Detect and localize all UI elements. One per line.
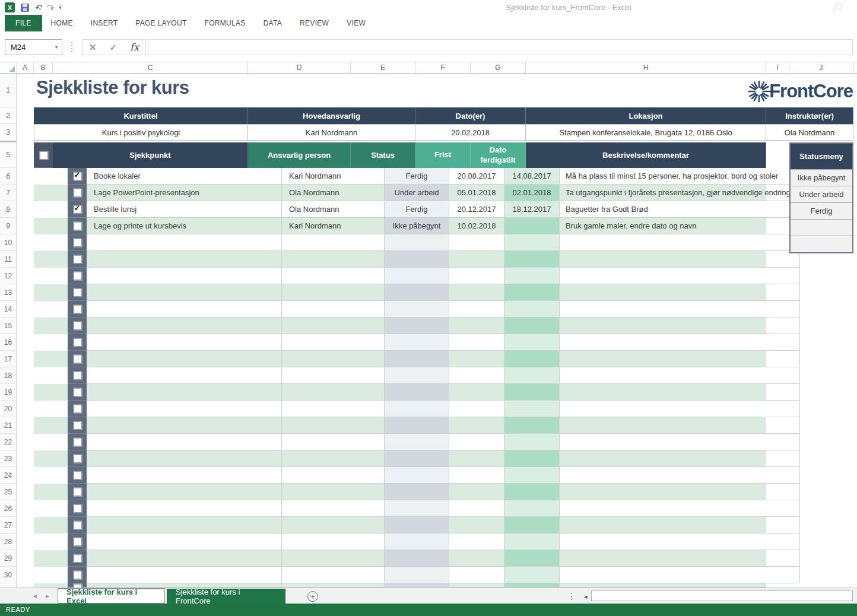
cell-status[interactable] (385, 284, 449, 301)
cell-beskrivelse[interactable] (560, 484, 800, 500)
cell-frist[interactable] (449, 567, 504, 583)
cell-ansvarlig[interactable] (282, 384, 385, 401)
cell-dato-ferdigstilt[interactable] (504, 417, 560, 434)
cell-status[interactable] (385, 351, 449, 367)
cell-status[interactable]: Under arbeid (385, 185, 449, 201)
row-header-14[interactable]: 14 (0, 301, 16, 317)
cell-dato-ferdigstilt[interactable]: 02.01.2018 (504, 185, 560, 201)
cell-frist[interactable] (449, 301, 504, 317)
row-header-24[interactable]: 24 (0, 467, 16, 484)
cell-status[interactable] (385, 434, 449, 450)
row-header-30[interactable]: 30 (0, 567, 16, 583)
row-header-9[interactable]: 9 (0, 218, 16, 234)
row-header-15[interactable]: 15 (0, 317, 16, 334)
info-value-3[interactable]: 20.02.2018 (415, 124, 526, 141)
cell-frist[interactable] (449, 351, 504, 367)
cell-frist[interactable] (449, 268, 504, 284)
ribbon-tab-review[interactable]: REVIEW (291, 15, 338, 31)
row-header-19[interactable]: 19 (0, 384, 16, 401)
name-box-dropdown-icon[interactable]: ▾ (55, 45, 62, 50)
cell-ansvarlig[interactable] (282, 417, 385, 434)
cell-dato-ferdigstilt[interactable] (504, 450, 560, 467)
cell-ansvarlig[interactable]: Ola Nordmann (282, 201, 385, 218)
cell-sjekkpunkt[interactable]: Bestille lunsj (87, 201, 282, 218)
save-icon[interactable] (21, 4, 29, 12)
cell-sjekkpunkt[interactable] (87, 434, 282, 450)
cell-frist[interactable] (449, 484, 504, 500)
cell-sjekkpunkt[interactable] (87, 550, 282, 567)
column-header-B[interactable]: B (34, 62, 53, 73)
row-header-16[interactable]: 16 (0, 334, 16, 351)
cell-frist[interactable] (449, 234, 504, 251)
cell-frist[interactable] (449, 500, 504, 517)
cell-beskrivelse[interactable] (560, 401, 800, 417)
cell-beskrivelse[interactable] (560, 450, 800, 467)
redo-dropdown-icon[interactable]: ▾ (51, 7, 53, 11)
insert-function-icon[interactable]: fx (130, 42, 139, 53)
cell-sjekkpunkt[interactable] (87, 567, 282, 583)
unchecked-checkbox[interactable] (73, 321, 82, 330)
cell-sjekkpunkt[interactable] (87, 401, 282, 417)
cell-beskrivelse[interactable] (560, 567, 800, 583)
row-header-8[interactable]: 8 (0, 201, 16, 218)
unchecked-checkbox[interactable] (73, 554, 82, 563)
cell-dato-ferdigstilt[interactable] (504, 367, 560, 384)
info-header-1[interactable]: Kurstittel (34, 107, 248, 124)
cell-sjekkpunkt[interactable] (87, 467, 282, 484)
cell-sjekkpunkt[interactable] (87, 251, 282, 268)
column-header-H[interactable]: H (526, 62, 766, 73)
cell-sjekkpunkt[interactable] (87, 351, 282, 367)
cell-beskrivelse[interactable] (560, 467, 800, 484)
row-header-21[interactable]: 21 (0, 417, 16, 434)
row-header-20[interactable]: 20 (0, 401, 16, 417)
cell-dato-ferdigstilt[interactable]: 14.08.2017 (504, 168, 560, 185)
row-header-2[interactable]: 2 (0, 107, 16, 124)
checkbox-cell-row-13[interactable] (68, 284, 87, 301)
sheet-tab-2[interactable]: Sjekkliste for kurs i FrontCore (167, 589, 285, 604)
cell-beskrivelse[interactable] (560, 583, 766, 588)
customize-qat-icon[interactable]: ▾ (59, 5, 62, 10)
cell-beskrivelse[interactable] (560, 434, 800, 450)
checkbox-cell-row-20[interactable] (68, 401, 87, 417)
row-header-22[interactable]: 22 (0, 434, 16, 450)
column-header-D[interactable]: D (248, 62, 351, 73)
cell-status[interactable] (385, 467, 449, 484)
unchecked-checkbox[interactable] (73, 255, 82, 263)
cell-status[interactable] (385, 334, 449, 351)
enter-icon[interactable]: ✓ (110, 42, 118, 53)
unchecked-checkbox[interactable] (73, 487, 82, 496)
unchecked-checkbox[interactable] (73, 388, 82, 396)
cell-ansvarlig[interactable] (282, 317, 385, 334)
cell-dato-ferdigstilt[interactable] (504, 234, 560, 251)
cell-ansvarlig[interactable] (282, 301, 385, 317)
cell-status[interactable] (385, 417, 449, 434)
cell-dato-ferdigstilt[interactable] (504, 517, 560, 534)
cell-beskrivelse[interactable] (560, 351, 800, 367)
cell-dato-ferdigstilt[interactable] (504, 384, 560, 401)
cell-ansvarlig[interactable] (282, 351, 385, 367)
cell-beskrivelse[interactable] (560, 251, 800, 268)
cell-beskrivelse[interactable] (560, 534, 800, 550)
cell-sjekkpunkt[interactable] (87, 284, 282, 301)
checklist-header-ansvarlig-person[interactable]: Ansvarlig person (248, 142, 351, 168)
cell-sjekkpunkt[interactable] (87, 500, 282, 517)
unchecked-checkbox[interactable] (73, 221, 82, 230)
cancel-icon[interactable]: ✕ (89, 42, 97, 53)
cell-frist[interactable]: 05.01.2018 (449, 185, 504, 201)
row-header-10[interactable]: 10 (0, 234, 16, 251)
formula-input[interactable] (148, 39, 853, 55)
info-header-4[interactable]: Lokasjon (526, 107, 766, 124)
redo-button[interactable]: ↷▾ (47, 2, 53, 13)
cell-status[interactable] (385, 251, 449, 268)
unchecked-checkbox[interactable] (73, 304, 82, 313)
undo-button[interactable]: ↶▾ (35, 2, 41, 13)
unchecked-checkbox[interactable] (73, 437, 82, 446)
row-header-23[interactable]: 23 (0, 450, 16, 467)
checklist-header-sjekkpunkt[interactable]: Sjekkpunkt (53, 142, 248, 168)
horizontal-scrollbar-thumb[interactable] (591, 590, 853, 601)
cell-frist[interactable] (449, 251, 504, 268)
cell-beskrivelse[interactable] (560, 334, 800, 351)
info-value-5[interactable]: Ola Nordmann (766, 124, 853, 141)
statusmeny-option-ikke-påbegynt[interactable]: Ikke påbegynt (791, 169, 852, 186)
unchecked-checkbox[interactable] (73, 537, 82, 546)
